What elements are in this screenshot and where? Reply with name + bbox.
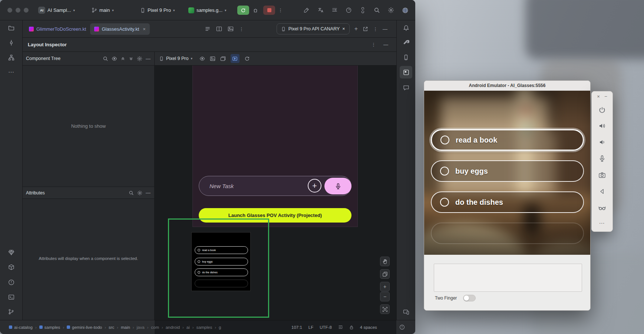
- search-icon[interactable]: [129, 190, 134, 196]
- breadcrumb-item[interactable]: src: [109, 325, 114, 330]
- stop-button[interactable]: [263, 6, 275, 15]
- add-task-button[interactable]: +: [308, 179, 321, 193]
- editor-kebab-icon[interactable]: ⋮: [239, 27, 244, 31]
- volume-down-icon[interactable]: [598, 138, 606, 147]
- emulator-close-icon[interactable]: ×: [595, 94, 601, 99]
- expand-all-icon[interactable]: [120, 56, 125, 61]
- checkbox-circle-icon[interactable]: [440, 136, 449, 144]
- mini-glasses-screenshot[interactable]: read a book buy eggs do the dishes: [191, 232, 251, 291]
- project-tool-icon[interactable]: [5, 21, 17, 34]
- commit-tool-icon[interactable]: [5, 36, 17, 49]
- power-icon[interactable]: [598, 106, 606, 115]
- view-options-eye-icon[interactable]: [112, 56, 117, 61]
- zoom-in-icon[interactable]: +: [380, 282, 390, 291]
- more-tool-windows-icon[interactable]: ⋯: [5, 66, 17, 79]
- add-device-icon[interactable]: +: [354, 26, 358, 32]
- debug-button[interactable]: [252, 5, 258, 16]
- open-in-window-icon[interactable]: [363, 26, 368, 32]
- vcs-branch-selector[interactable]: main ▾: [92, 5, 114, 16]
- close-device-tab-icon[interactable]: ×: [342, 26, 345, 31]
- app-insights-chat-icon[interactable]: [400, 81, 412, 94]
- preview-icon[interactable]: [228, 26, 234, 32]
- zoom-out-icon[interactable]: −: [380, 292, 390, 301]
- line-separator-widget[interactable]: LF: [308, 325, 313, 330]
- breadcrumb-item[interactable]: java: [137, 325, 145, 330]
- rendered-app-screen[interactable]: New Task + Launch Glasses POV Activity (…: [192, 66, 358, 227]
- tree-minimize-icon[interactable]: —: [146, 56, 151, 61]
- logcat-icon[interactable]: [331, 7, 338, 13]
- indent-ruler-icon[interactable]: [338, 325, 343, 330]
- encoding-widget[interactable]: UTF-8: [320, 325, 332, 330]
- refresh-icon[interactable]: [244, 56, 250, 61]
- mic-icon[interactable]: [599, 155, 606, 164]
- todo-pill-buy-eggs[interactable]: buy eggs: [431, 160, 584, 182]
- breadcrumb-item[interactable]: gemini-live-todo: [67, 325, 102, 330]
- notifications-bell-icon[interactable]: [400, 21, 412, 34]
- profiler-icon[interactable]: [346, 7, 352, 13]
- breadcrumb-item[interactable]: ai: [186, 325, 190, 330]
- status-warning-icon[interactable]: [399, 324, 405, 330]
- back-icon[interactable]: [599, 188, 605, 196]
- cursor-position-widget[interactable]: 107:1: [291, 325, 302, 330]
- hide-panel-icon[interactable]: —: [383, 27, 387, 31]
- search-everywhere-icon[interactable]: [374, 7, 380, 13]
- panel-kebab-icon[interactable]: ⋮: [371, 42, 376, 47]
- tree-settings-gear-icon[interactable]: [137, 56, 142, 61]
- gradle-tool-icon[interactable]: [400, 36, 412, 49]
- volume-up-icon[interactable]: [598, 122, 606, 131]
- terminal-tool-icon[interactable]: [5, 291, 17, 303]
- camera-icon[interactable]: [598, 171, 606, 180]
- device-manager-icon[interactable]: [400, 51, 412, 64]
- problems-tool-icon[interactable]: [5, 276, 17, 288]
- emulator-minimize-icon[interactable]: −: [603, 94, 609, 99]
- lock-icon[interactable]: [349, 325, 354, 330]
- translations-icon[interactable]: [317, 7, 324, 13]
- inspector-device-selector[interactable]: Pixel 9 Pro ▾: [159, 56, 192, 61]
- rerun-button[interactable]: [237, 6, 249, 15]
- breadcrumb-item[interactable]: samples: [39, 325, 60, 330]
- close-tab-icon[interactable]: ×: [143, 26, 146, 32]
- editor-list-icon[interactable]: [205, 26, 211, 32]
- gem-tool-icon[interactable]: [5, 246, 17, 258]
- settings-gear-icon[interactable]: [388, 7, 394, 13]
- breadcrumb-item[interactable]: com: [151, 325, 159, 330]
- indent-widget[interactable]: 4 spaces: [360, 325, 377, 330]
- layout-validation-icon[interactable]: [303, 7, 310, 13]
- breadcrumb-item[interactable]: samples: [196, 325, 212, 330]
- live-updates-toggle-icon[interactable]: [231, 54, 240, 63]
- target-device-selector[interactable]: Pixel 9 Pro ▾: [140, 5, 175, 16]
- run-more-menu[interactable]: ⋮: [278, 5, 283, 16]
- two-finger-toggle[interactable]: [463, 295, 476, 301]
- emulator-text-input[interactable]: [434, 264, 582, 292]
- todo-pill-do-the-dishes[interactable]: do the dishes: [431, 191, 584, 213]
- running-device-tab[interactable]: Pixel 9 Pro API CANARY ×: [277, 23, 350, 34]
- more-options-icon[interactable]: ⋯: [599, 220, 605, 227]
- search-icon[interactable]: [103, 56, 108, 61]
- layers-icon[interactable]: [380, 269, 390, 279]
- voice-input-button[interactable]: [324, 178, 351, 194]
- breadcrumb-item[interactable]: main: [121, 325, 130, 330]
- zoom-window-button[interactable]: [24, 8, 29, 13]
- structure-tool-icon[interactable]: [5, 51, 17, 64]
- device-kebab-icon[interactable]: ⋮: [373, 27, 378, 31]
- todo-pill-read-a-book[interactable]: read a book: [431, 129, 584, 151]
- collapse-all-icon[interactable]: [129, 56, 133, 61]
- globe-icon[interactable]: [402, 7, 409, 14]
- snapshot-icon[interactable]: [210, 56, 215, 61]
- device-streaming-icon[interactable]: [360, 7, 366, 13]
- breadcrumb-item[interactable]: android: [166, 325, 180, 330]
- pan-hand-icon[interactable]: [380, 257, 390, 266]
- zoom-fit-icon[interactable]: [380, 304, 390, 314]
- layout-inspector-tool-icon[interactable]: [400, 66, 412, 79]
- device-mirror-icon[interactable]: [400, 305, 412, 318]
- build-tool-icon[interactable]: [5, 261, 17, 273]
- export-snapshot-icon[interactable]: [220, 56, 226, 61]
- breadcrumb-item[interactable]: g: [219, 325, 221, 330]
- glasses-icon[interactable]: [598, 204, 606, 213]
- close-window-button[interactable]: [7, 8, 12, 13]
- checkbox-circle-icon[interactable]: [440, 167, 449, 176]
- tab-glassesactivity[interactable]: GlassesActivity.kt ×: [90, 23, 149, 35]
- version-control-tool-icon[interactable]: [5, 305, 17, 318]
- breadcrumb-item[interactable]: ai-catalog: [9, 325, 33, 330]
- attributes-gear-icon[interactable]: [137, 190, 142, 196]
